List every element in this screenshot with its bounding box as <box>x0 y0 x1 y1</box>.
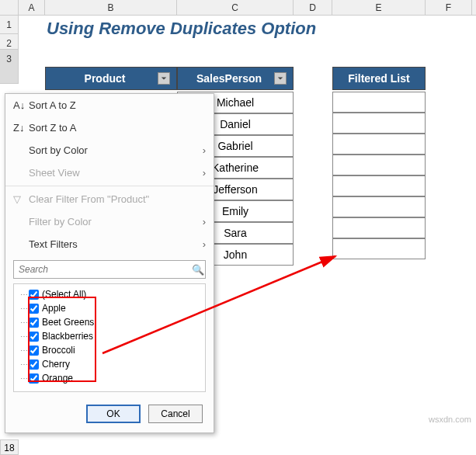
clear-filter: ▽Clear Filter From "Product" <box>5 188 214 210</box>
filter-item[interactable]: ⋯Orange <box>20 371 203 385</box>
column-headers: A B C D E F <box>0 0 476 16</box>
col-E[interactable]: E <box>332 0 426 15</box>
filtered-cell[interactable] <box>332 196 426 217</box>
filter-checklist: ⋯(Select All) ⋯Apple⋯Beet Greens⋯Blackbe… <box>13 283 206 392</box>
col-D[interactable]: D <box>294 0 332 15</box>
checkbox[interactable] <box>29 359 39 370</box>
cancel-button[interactable]: Cancel <box>148 405 203 423</box>
filtered-cell[interactable] <box>332 238 426 259</box>
filter-item[interactable]: ⋯Apple <box>20 301 203 315</box>
filter-dropdown-icon[interactable] <box>274 72 287 85</box>
chevron-right-icon: › <box>203 238 206 250</box>
filter-dropdown-icon[interactable] <box>158 72 170 85</box>
col-C[interactable]: C <box>177 0 294 15</box>
checkbox[interactable] <box>29 332 39 342</box>
checkbox[interactable] <box>29 318 39 328</box>
watermark: wsxdn.com <box>429 415 471 424</box>
filtered-cell[interactable] <box>332 113 426 134</box>
sort-by-color[interactable]: Sort by Color› <box>5 139 214 162</box>
row-2[interactable]: 2 <box>0 34 19 50</box>
row-18[interactable]: 18 <box>0 439 19 455</box>
chevron-right-icon: › <box>203 144 206 156</box>
ok-button[interactable]: OK <box>86 405 141 423</box>
salesperson-header[interactable]: SalesPerson <box>177 67 294 90</box>
sort-za[interactable]: Z↓Sort Z to A <box>5 116 214 139</box>
sheet-view: Sheet View› <box>5 162 214 184</box>
col-A[interactable]: A <box>19 0 45 15</box>
filtered-cell[interactable] <box>332 134 426 155</box>
filtered-cell[interactable] <box>332 92 426 113</box>
page-title: Using Remove Duplicates Option <box>47 19 316 39</box>
filter-item[interactable]: ⋯Broccoli <box>20 343 203 357</box>
sort-az[interactable]: A↓Sort A to Z <box>5 94 214 116</box>
checkbox[interactable] <box>29 304 39 314</box>
checkbox[interactable] <box>29 373 39 384</box>
filter-item[interactable]: ⋯Blackberries <box>20 329 203 343</box>
search-icon: 🔍 <box>191 264 205 276</box>
row-3[interactable]: 3 <box>0 50 19 84</box>
sort-az-icon: A↓ <box>13 99 29 111</box>
filtered-list-header: Filtered List <box>332 67 426 90</box>
row-1[interactable]: 1 <box>0 16 19 34</box>
row-headers: 1 2 3 <box>0 16 19 84</box>
filtered-cell[interactable] <box>332 175 426 196</box>
funnel-icon: ▽ <box>13 193 29 205</box>
select-all-item[interactable]: ⋯(Select All) <box>20 287 203 301</box>
filtered-cell[interactable] <box>332 155 426 175</box>
filter-item[interactable]: ⋯Beet Greens <box>20 315 203 329</box>
product-header[interactable]: Product <box>45 67 177 90</box>
filter-menu: A↓Sort A to Z Z↓Sort Z to A Sort by Colo… <box>5 93 214 433</box>
checkbox[interactable] <box>29 346 39 356</box>
filter-by-color: Filter by Color› <box>5 210 214 233</box>
col-B[interactable]: B <box>45 0 177 15</box>
filtered-cell[interactable] <box>332 217 426 238</box>
col-F[interactable]: F <box>426 0 472 15</box>
text-filters[interactable]: Text Filters› <box>5 233 214 255</box>
filter-item[interactable]: ⋯Cherry <box>20 357 203 371</box>
sort-za-icon: Z↓ <box>13 122 29 134</box>
search-input[interactable]: 🔍 <box>13 260 206 279</box>
